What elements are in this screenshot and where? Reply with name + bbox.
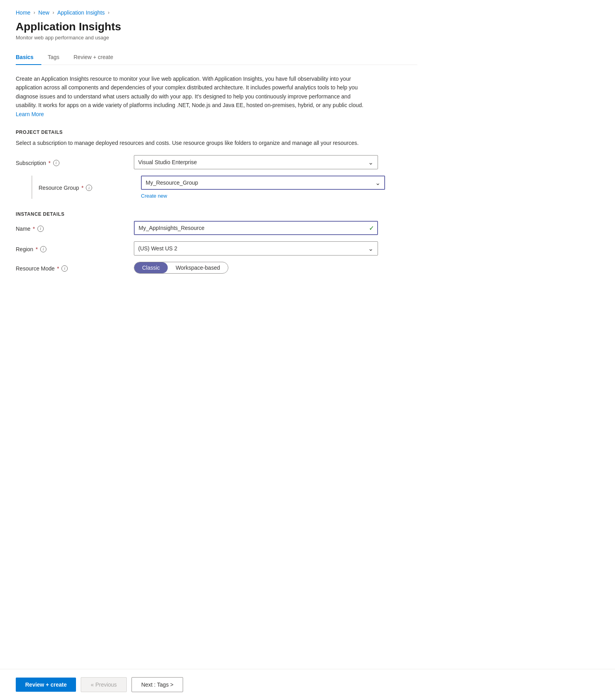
subscription-info-icon[interactable]: i: [53, 160, 59, 166]
tabs: Basics Tags Review + create: [16, 50, 417, 65]
resource-mode-required: *: [57, 265, 59, 272]
subscription-select[interactable]: Visual Studio Enterprise Pay-As-You-Go A…: [134, 155, 378, 169]
resource-group-select-wrapper: My_Resource_Group Default-ResourceGroup: [141, 176, 385, 190]
previous-button[interactable]: « Previous: [81, 677, 126, 692]
name-label-col: Name * i: [16, 224, 134, 232]
toggle-classic[interactable]: Classic: [134, 262, 168, 273]
tab-tags[interactable]: Tags: [48, 50, 67, 65]
next-button[interactable]: Next : Tags >: [132, 677, 183, 692]
subscription-select-wrapper: Visual Studio Enterprise Pay-As-You-Go A…: [134, 155, 378, 169]
project-details-title: PROJECT DETAILS: [16, 130, 417, 135]
breadcrumb-sep-3: ›: [108, 10, 109, 15]
resource-mode-info-icon[interactable]: i: [61, 265, 68, 272]
region-info-icon[interactable]: i: [40, 246, 46, 252]
instance-details-section: INSTANCE DETAILS Name * i ✓ Region * i: [16, 211, 417, 274]
subscription-row: Subscription * i Visual Studio Enterpris…: [16, 155, 417, 169]
description-text: Create an Application Insights resource …: [16, 74, 370, 119]
learn-more-link[interactable]: Learn More: [16, 111, 44, 117]
resource-mode-toggle: Classic Workspace-based: [134, 262, 228, 274]
subscription-label-col: Subscription * i: [16, 158, 134, 166]
toggle-workspace-based[interactable]: Workspace-based: [168, 262, 228, 273]
breadcrumb-home[interactable]: Home: [16, 9, 30, 16]
tab-review-create[interactable]: Review + create: [74, 50, 121, 65]
resource-mode-row: Resource Mode * i Classic Workspace-base…: [16, 262, 417, 274]
name-required: *: [33, 226, 35, 232]
resource-group-info-icon[interactable]: i: [86, 185, 92, 191]
instance-details-title: INSTANCE DETAILS: [16, 211, 417, 217]
resource-group-label: Resource Group: [39, 185, 79, 191]
name-row: Name * i ✓: [16, 221, 417, 235]
region-control: (US) West US 2 (US) East US (US) Central…: [134, 241, 378, 256]
review-create-button[interactable]: Review + create: [16, 678, 76, 692]
name-label: Name: [16, 226, 30, 232]
region-select-wrapper: (US) West US 2 (US) East US (US) Central…: [134, 241, 378, 256]
breadcrumb-sep-2: ›: [52, 10, 54, 15]
resource-mode-label-col: Resource Mode * i: [16, 264, 134, 272]
project-details-section: PROJECT DETAILS Select a subscription to…: [16, 130, 417, 199]
page-title: Application Insights: [16, 20, 417, 33]
region-label: Region: [16, 246, 33, 252]
resource-mode-control: Classic Workspace-based: [134, 262, 378, 274]
tab-basics[interactable]: Basics: [16, 50, 41, 65]
region-select[interactable]: (US) West US 2 (US) East US (US) Central…: [134, 241, 378, 256]
resource-group-row: Resource Group * i My_Resource_Group Def…: [16, 176, 417, 199]
region-required: *: [35, 246, 37, 252]
resource-group-required: *: [82, 185, 83, 191]
breadcrumb: Home › New › Application Insights ›: [16, 9, 417, 16]
breadcrumb-sep-1: ›: [33, 10, 35, 15]
create-new-link[interactable]: Create new: [141, 193, 385, 199]
resource-group-select[interactable]: My_Resource_Group Default-ResourceGroup: [141, 176, 385, 190]
name-input[interactable]: [134, 221, 378, 235]
resource-group-control: My_Resource_Group Default-ResourceGroup …: [141, 176, 385, 199]
breadcrumb-app-insights[interactable]: Application Insights: [57, 9, 105, 16]
name-valid-icon: ✓: [369, 224, 374, 231]
name-input-wrapper: ✓: [134, 221, 378, 235]
resource-group-label-col: Resource Group * i: [39, 183, 141, 191]
project-details-description: Select a subscription to manage deployed…: [16, 139, 370, 147]
page-subtitle: Monitor web app performance and usage: [16, 35, 417, 41]
name-control: ✓: [134, 221, 378, 235]
subscription-control: Visual Studio Enterprise Pay-As-You-Go A…: [134, 155, 378, 169]
subscription-label: Subscription: [16, 160, 46, 166]
resource-mode-label: Resource Mode: [16, 265, 55, 272]
footer-bar: Review + create « Previous Next : Tags >: [0, 669, 615, 700]
indent-line: [31, 176, 32, 199]
region-label-col: Region * i: [16, 244, 134, 252]
region-row: Region * i (US) West US 2 (US) East US (…: [16, 241, 417, 256]
subscription-required: *: [48, 160, 50, 166]
breadcrumb-new[interactable]: New: [38, 9, 49, 16]
name-info-icon[interactable]: i: [37, 226, 44, 232]
